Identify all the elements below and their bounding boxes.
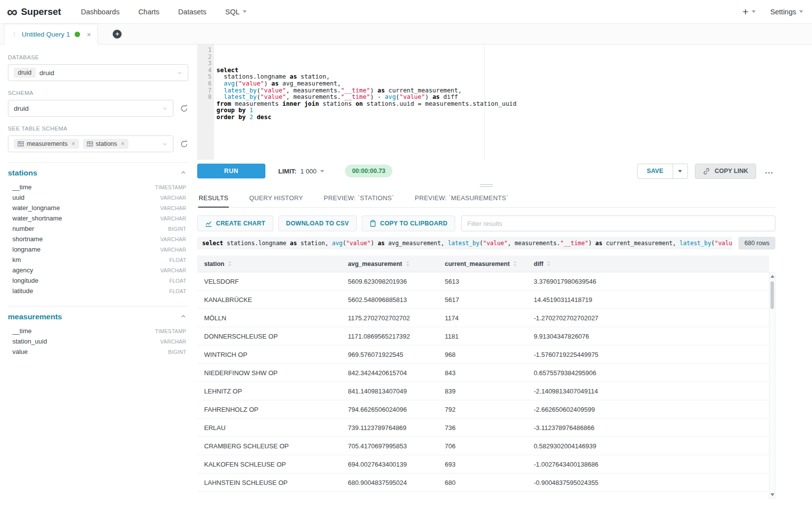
table-icon [18, 141, 24, 147]
remove-table-icon[interactable]: × [72, 140, 75, 147]
drag-dots-icon: ⋮ [11, 31, 17, 38]
sql-token [246, 107, 249, 114]
schema-select[interactable]: druid [8, 100, 173, 117]
column-header-diff[interactable]: diff [527, 256, 769, 272]
nav-item-sql[interactable]: SQL [225, 8, 247, 16]
column-row: longitudeFLOAT [8, 275, 188, 286]
cell: -3.112378976486866 [527, 424, 769, 432]
nav-item-dashboards[interactable]: Dashboards [81, 8, 120, 16]
table-tag-measurements[interactable]: measurements× [14, 139, 79, 149]
copy-clipboard-button[interactable]: COPY TO CLIPBOARD [362, 216, 456, 231]
results-scrollbar[interactable] [769, 272, 775, 499]
settings-menu[interactable]: Settings [770, 8, 803, 16]
new-query-tab-button[interactable]: + [113, 30, 122, 39]
remove-table-icon[interactable]: × [121, 140, 125, 147]
schema-table-header-stations[interactable]: stations [8, 168, 188, 182]
column-type: BIGINT [168, 349, 186, 355]
cell: 839 [438, 388, 527, 395]
save-dropdown-button[interactable] [673, 164, 687, 178]
column-header-current-measurement[interactable]: current_measurement [438, 256, 527, 272]
sql-token: as [290, 240, 297, 247]
sql-token: ) [371, 240, 378, 247]
refresh-tables-icon[interactable] [180, 140, 188, 148]
tab-query-history[interactable]: QUERY HISTORY [249, 189, 303, 207]
sort-icon[interactable] [228, 260, 232, 267]
table-tag-stations[interactable]: stations× [83, 139, 128, 149]
filter-results-input[interactable] [461, 216, 775, 231]
column-type: TIMESTAMP [155, 184, 186, 190]
cell: 705.4170697995853 [341, 442, 438, 450]
save-button[interactable]: SAVE [638, 164, 673, 178]
scroll-up-arrow-icon[interactable] [770, 275, 774, 278]
tab-preview-measurements[interactable]: PREVIEW: `MEASUREMENTS` [414, 189, 509, 207]
sort-icon[interactable] [406, 260, 410, 267]
cell: ERLAU [197, 424, 341, 432]
line-number: 3 [197, 60, 212, 67]
nav-item-charts[interactable]: Charts [138, 8, 160, 16]
create-chart-button[interactable]: CREATE CHART [197, 216, 273, 231]
chevron-down-icon [162, 141, 168, 147]
print-margin-line [484, 44, 485, 160]
nav-item-label: Datasets [178, 8, 207, 16]
sql-token: avg [332, 240, 342, 247]
column-name: longitude [12, 277, 39, 284]
cell: 5609.623098201936 [341, 278, 438, 285]
sql-token: select [216, 67, 238, 74]
sqllab-content: DATABASE druid druid SCHEMA druid SEE TA… [0, 44, 812, 519]
new-item-button[interactable]: + [742, 6, 755, 17]
line-number: 4 [197, 67, 212, 74]
sql-token: current_measurement, [602, 240, 680, 247]
sql-token: select [202, 240, 223, 247]
cell: LAHNSTEIN SCHLEUSE OP [197, 479, 341, 486]
table-select[interactable]: measurements×stations× [8, 135, 173, 152]
table-row: NIEDERFINOW SHW OP842.34244206157048430.… [197, 364, 769, 382]
top-navbar: ∞ Superset DashboardsChartsDatasetsSQL +… [0, 0, 812, 24]
column-name: __time [12, 327, 32, 335]
sql-editor[interactable]: 12345678 select stations.longname as sta… [197, 44, 775, 160]
column-type: FLOAT [169, 257, 186, 263]
run-button[interactable]: RUN [197, 164, 265, 178]
database-engine-tag: druid [14, 68, 36, 78]
cell: 841.1409813407049 [341, 388, 438, 395]
nav-item-datasets[interactable]: Datasets [178, 8, 207, 16]
cell: 693 [438, 461, 527, 468]
chevron-up-icon[interactable] [180, 169, 186, 177]
tab-results[interactable]: RESULTS [198, 189, 229, 207]
superset-logo-icon[interactable]: ∞ [7, 6, 17, 18]
scroll-down-arrow-icon[interactable] [770, 493, 774, 496]
limit-label: LIMIT: [278, 168, 297, 175]
tab-preview-stations[interactable]: PREVIEW: `STATIONS` [323, 189, 394, 207]
refresh-schemas-icon[interactable] [180, 104, 188, 113]
query-tab-active[interactable]: ⋮ Untitled Query 1 × [4, 24, 98, 44]
sql-token: "__time" [341, 93, 370, 100]
column-row: agencyVARCHAR [8, 265, 188, 275]
close-tab-icon[interactable]: × [87, 30, 91, 39]
column-name: water_shortname [12, 215, 62, 222]
column-header-station[interactable]: station [197, 256, 341, 272]
scrollbar-thumb[interactable] [770, 281, 774, 309]
database-select[interactable]: druid druid [8, 64, 188, 81]
sort-icon[interactable] [547, 260, 551, 267]
cell: 1181 [438, 333, 527, 340]
limit-dropdown[interactable]: 1 000 [300, 168, 325, 175]
table-schema-tags: measurements×stations× [14, 139, 128, 149]
code-line: latest_by("value", measurements."__time"… [216, 87, 775, 94]
download-csv-button[interactable]: DOWNLOAD TO CSV [278, 216, 357, 231]
query-tabstrip: ⋮ Untitled Query 1 × + [0, 24, 812, 44]
cell: 0.5829302004146939 [527, 442, 769, 450]
more-actions-icon[interactable]: ... [763, 169, 775, 173]
sql-token: ( [256, 93, 260, 100]
results-table: stationavg_measurementcurrent_measuremen… [197, 256, 775, 492]
schema-table-header-measurements[interactable]: measurements [8, 311, 188, 326]
column-type: VARCHAR [160, 236, 186, 242]
editor-code[interactable]: select stations.longname as station, avg… [214, 44, 775, 160]
table-row: KANALBRÜCKE5602.548096885813561714.45190… [197, 291, 769, 309]
column-header-avg-measurement[interactable]: avg_measurement [341, 256, 438, 272]
sql-token [216, 87, 224, 94]
sort-icon[interactable] [513, 260, 517, 267]
brand-name[interactable]: Superset [21, 6, 61, 17]
pane-resize-handle[interactable] [197, 182, 775, 189]
copy-link-button[interactable]: COPY LINK [695, 164, 756, 179]
editor-gutter: 12345678 [197, 44, 214, 160]
chevron-up-icon[interactable] [180, 313, 186, 321]
